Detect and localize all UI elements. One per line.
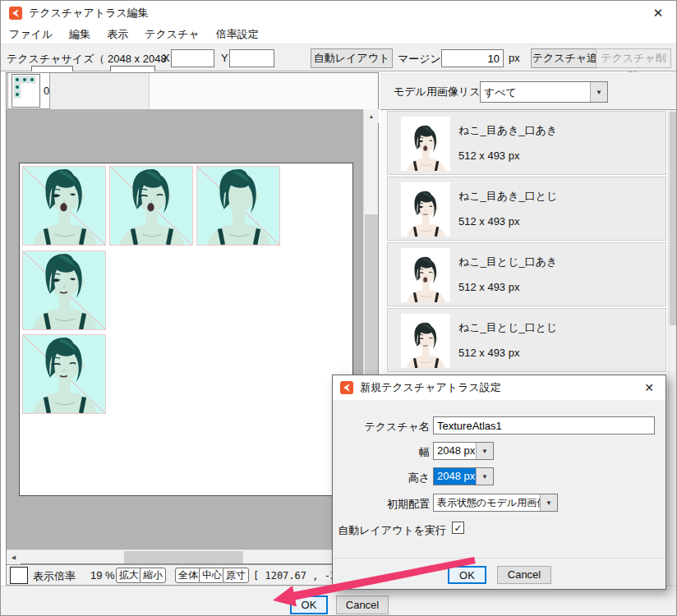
clipped-control-edge: [31, 66, 73, 71]
checkmark-icon: ✓: [454, 523, 462, 533]
texture-name-label: テクスチャ名: [333, 420, 430, 434]
texture-name-input[interactable]: [433, 416, 655, 434]
scroll-up-icon[interactable]: ▲: [364, 109, 379, 123]
chevron-down-icon[interactable]: ▼: [590, 82, 607, 102]
window-close-icon[interactable]: ✕: [640, 1, 676, 25]
atlas-tile-eyes-closed-mouth-closed[interactable]: [22, 334, 106, 414]
dialog-cancel-button[interactable]: Cancel: [497, 566, 551, 584]
menu-file[interactable]: ファイル: [1, 25, 61, 44]
margin-unit-label: px: [509, 52, 520, 64]
center-view-button[interactable]: 中心: [199, 568, 225, 583]
y-input[interactable]: [229, 49, 274, 67]
zoom-label: 表示倍率: [33, 569, 76, 584]
model-image-name: ねこ_目あき_口あき: [458, 123, 557, 138]
cursor-coordinates: [ 1207.67 , -31: [253, 570, 342, 582]
dialog-title-bar: 新規テクスチャアトラス設定 ✕: [333, 375, 665, 400]
model-image-size: 512 x 493 px: [458, 215, 519, 228]
margin-label: マージン: [398, 52, 441, 67]
list-item[interactable]: ねこ_目あき_口あき 512 x 493 px: [387, 111, 666, 175]
horizontal-scroll-thumb[interactable]: [124, 551, 243, 563]
width-label: 幅: [333, 445, 430, 460]
menu-view[interactable]: 表示: [99, 25, 136, 44]
list-item[interactable]: ねこ_目とじ_口とじ 512 x 493 px: [387, 308, 666, 372]
model-image-name: ねこ_目とじ_口あき: [458, 255, 557, 269]
texture-tab-label: 0: [44, 85, 49, 97]
height-label: 高さ: [333, 471, 430, 485]
list-vertical-scrollbar[interactable]: [668, 110, 677, 586]
model-image-thumbnail: [401, 117, 450, 171]
y-label: Y: [221, 52, 228, 64]
fit-view-button[interactable]: 全体: [175, 568, 201, 583]
height-value: 2048 px: [434, 468, 476, 485]
window-button-row: OK Cancel: [1, 586, 677, 616]
model-image-thumbnail: [401, 182, 450, 237]
atlas-tile-eyes-closed-mouth-open[interactable]: [109, 166, 193, 246]
auto-layout-button[interactable]: 自動レイアウト: [311, 48, 393, 68]
canvas-horizontal-scrollbar[interactable]: ◀ ▶: [7, 549, 363, 563]
app-logo-icon: [9, 7, 22, 20]
width-dropdown[interactable]: 2048 px ▼: [433, 442, 494, 460]
margin-input[interactable]: [441, 49, 504, 67]
chevron-down-icon[interactable]: ▼: [476, 468, 493, 485]
chevron-down-icon[interactable]: ▼: [540, 494, 557, 511]
window-title: テクスチャアトラス編集: [29, 6, 149, 21]
menu-bar: ファイル 編集 表示 テクスチャ 倍率設定: [1, 25, 676, 44]
remove-texture-button: テクスチャ削除: [596, 48, 671, 68]
dialog-title: 新規テクスチャアトラス設定: [360, 380, 501, 395]
initial-placement-dropdown[interactable]: 表示状態のモデル用画像 ▼: [433, 494, 558, 512]
model-image-size: 512 x 493 px: [458, 347, 519, 359]
initial-placement-label: 初期配置: [333, 497, 430, 512]
title-bar: テクスチャアトラス編集 ✕: [1, 1, 676, 25]
width-value: 2048 px: [434, 443, 476, 459]
dialog-separator: [333, 558, 665, 559]
menu-scale[interactable]: 倍率設定: [208, 25, 267, 44]
x-input[interactable]: [171, 49, 214, 67]
menu-texture[interactable]: テクスチャ: [136, 25, 208, 44]
model-image-size: 512 x 493 px: [458, 149, 519, 162]
actual-size-button[interactable]: 原寸: [223, 568, 249, 583]
zoom-out-button[interactable]: 縮小: [140, 568, 166, 583]
texture-size-label: テクスチャサイズ（ 2048 x 2048 ）: [7, 52, 180, 67]
model-image-name: ねこ_目あき_口とじ: [458, 189, 557, 204]
background-color-swatch[interactable]: [10, 567, 28, 584]
atlas-tile-eyes-open-mouth-closed[interactable]: [22, 251, 106, 330]
run-auto-layout-label: 自動レイアウトを実行: [333, 523, 446, 538]
scroll-left-icon[interactable]: ◀: [7, 550, 21, 564]
model-image-list-label: モデル用画像リスト: [394, 85, 491, 99]
texture-atlas-edit-window: テクスチャアトラス編集 ✕ ファイル 編集 表示 テクスチャ 倍率設定 テクスチ…: [0, 0, 677, 616]
zoom-in-button[interactable]: 拡大: [116, 568, 142, 583]
texture-tab-strip: 0: [7, 73, 378, 109]
toolbar: テクスチャサイズ（ 2048 x 2048 ） X Y 自動レイアウト マージン…: [1, 44, 676, 71]
menu-edit[interactable]: 編集: [61, 25, 99, 44]
texture-tab-0[interactable]: 0: [7, 73, 50, 109]
clipped-control-edge: [110, 66, 155, 71]
window-cancel-button[interactable]: Cancel: [336, 595, 389, 614]
model-image-list-header: モデル用画像リスト すべて ▼: [380, 72, 677, 110]
run-auto-layout-checkbox[interactable]: ✓: [452, 522, 464, 534]
model-image-name: ねこ_目とじ_口とじ: [458, 320, 557, 335]
status-bar: 表示倍率 19 % 拡大 縮小 全体 中心 原寸 [ 1207.67 , -31: [6, 564, 379, 586]
dialog-close-icon[interactable]: ✕: [633, 375, 665, 400]
chevron-down-icon[interactable]: ▼: [476, 443, 493, 459]
list-scroll-thumb[interactable]: [670, 112, 677, 325]
image-filter-dropdown[interactable]: すべて ▼: [480, 81, 608, 103]
height-dropdown[interactable]: 2048 px ▼: [433, 467, 494, 485]
window-ok-button[interactable]: OK: [290, 595, 328, 614]
atlas-page: [19, 163, 353, 496]
list-item[interactable]: ねこ_目あき_口とじ 512 x 493 px: [387, 177, 666, 241]
atlas-tile-eyes-open-mouth-open[interactable]: [22, 166, 106, 246]
vertical-scroll-thumb[interactable]: [365, 214, 378, 379]
image-filter-value: すべて: [481, 82, 590, 102]
model-image-size: 512 x 493 px: [458, 281, 519, 293]
dialog-ok-button[interactable]: OK: [448, 566, 486, 584]
new-texture-atlas-dialog: 新規テクスチャアトラス設定 ✕ テクスチャ名 幅 2048 px ▼ 高さ 20…: [332, 375, 666, 590]
initial-placement-value: 表示状態のモデル用画像: [434, 494, 540, 511]
zoom-value: 19 %: [90, 569, 115, 582]
texture-tab-thumbnail: [12, 74, 40, 108]
model-image-thumbnail: [401, 314, 450, 368]
list-item[interactable]: ねこ_目とじ_口あき 512 x 493 px: [387, 242, 666, 306]
atlas-tile-back-hair[interactable]: [196, 166, 280, 246]
x-label: X: [163, 52, 170, 64]
app-logo-icon: [340, 381, 353, 394]
atlas-canvas-viewport[interactable]: [7, 109, 363, 549]
